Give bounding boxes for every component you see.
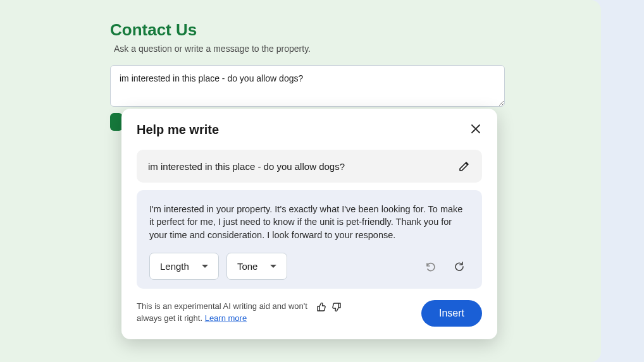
- page-title: Contact Us: [110, 20, 601, 40]
- length-dropdown[interactable]: Length: [149, 253, 219, 280]
- thumbs-up-button[interactable]: [316, 301, 328, 313]
- user-input-text: im interested in this place - do you all…: [148, 161, 345, 172]
- thumbs-down-icon: [330, 301, 342, 313]
- insert-button[interactable]: Insert: [421, 300, 482, 327]
- pencil-icon: [458, 160, 471, 172]
- regenerate-button[interactable]: [454, 261, 464, 272]
- popover-title: Help me write: [137, 123, 219, 137]
- length-label: Length: [160, 261, 189, 272]
- suggestion-box: I'm interested in your property. It's ex…: [137, 190, 482, 289]
- user-input-row: im interested in this place - do you all…: [137, 150, 482, 183]
- message-textarea[interactable]: <span class="textarea-highlight"></span>: [110, 65, 505, 107]
- controls-row: Length Tone: [149, 253, 469, 280]
- disclaimer-text: This is an experimental AI writing aid a…: [137, 300, 307, 325]
- chevron-down-icon: [270, 265, 276, 268]
- undo-icon: [424, 261, 435, 272]
- chevron-down-icon: [202, 265, 208, 268]
- tone-label: Tone: [237, 261, 258, 272]
- page-subtitle: Ask a question or write a message to the…: [114, 44, 601, 54]
- help-me-write-popover: Help me write im interested in this plac…: [121, 109, 497, 339]
- undo-button[interactable]: [424, 261, 435, 272]
- learn-more-link[interactable]: Learn more: [205, 313, 247, 323]
- close-icon: [471, 124, 480, 133]
- submit-button-partial[interactable]: [110, 113, 123, 131]
- popover-footer: This is an experimental AI writing aid a…: [137, 300, 482, 327]
- refresh-icon: [454, 261, 464, 271]
- thumbs-down-button[interactable]: [330, 301, 342, 313]
- tone-dropdown[interactable]: Tone: [226, 253, 288, 280]
- feedback-icons: [316, 301, 342, 313]
- thumbs-up-icon: [316, 301, 328, 313]
- close-button[interactable]: [469, 123, 482, 135]
- action-icons: [424, 261, 469, 272]
- edit-button[interactable]: [458, 160, 471, 172]
- suggestion-text: I'm interested in your property. It's ex…: [149, 203, 469, 241]
- popover-header: Help me write: [137, 123, 482, 137]
